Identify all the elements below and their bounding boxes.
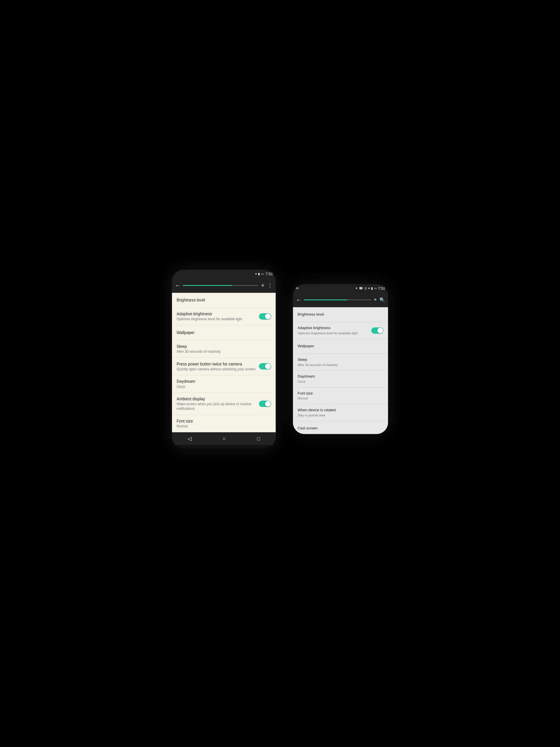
- right-when-rotated-title: When device is rotated: [298, 408, 383, 413]
- left-brightness-level-item[interactable]: Brightness level: [172, 293, 276, 308]
- right-brightness-track[interactable]: [304, 300, 371, 300]
- left-phone: ▾ ▮ ▭ 7:52 ← ☀ ⋮ Brightness level: [172, 270, 276, 448]
- right-wallpaper-item[interactable]: Wallpaper: [293, 339, 388, 354]
- left-recents-nav-icon[interactable]: □: [257, 436, 260, 442]
- left-status-bar: ▾ ▮ ▭ 7:52: [172, 270, 276, 278]
- left-adaptive-brightness-thumb: [265, 313, 271, 319]
- phone-icon: ☎: [359, 286, 363, 290]
- mail-icon: ✉: [296, 286, 298, 290]
- right-status-icons-right: ✦ ☎ ◷ ▾ ▮ ▭ 7:52: [355, 286, 385, 290]
- left-brightness-track[interactable]: [183, 285, 258, 286]
- right-toolbar: ← ☀ 🔍: [293, 292, 388, 307]
- right-font-size-title: Font size: [298, 391, 383, 396]
- left-sleep-title: Sleep: [177, 344, 271, 349]
- right-cast-screen-item[interactable]: Cast screen: [293, 421, 388, 434]
- right-adaptive-brightness-thumb: [377, 328, 383, 333]
- left-menu-button[interactable]: ⋮: [267, 282, 273, 289]
- left-back-button[interactable]: ←: [175, 282, 181, 289]
- left-brightness-fill: [183, 285, 232, 286]
- right-back-button[interactable]: ←: [296, 297, 302, 303]
- left-home-nav-icon[interactable]: ○: [223, 436, 226, 442]
- right-time: 7:52: [378, 286, 385, 290]
- right-wallpaper-title: Wallpaper: [298, 344, 383, 349]
- right-sleep-title: Sleep: [298, 357, 383, 362]
- right-sleep-item[interactable]: Sleep After 30 seconds of inactivity: [293, 354, 388, 370]
- right-brightness-level-title: Brightness level: [298, 312, 383, 317]
- left-daydream-subtitle: Clock: [177, 385, 271, 389]
- left-font-size-title: Font size: [177, 418, 271, 423]
- right-brightness-fill: [304, 300, 347, 300]
- left-sleep-item[interactable]: Sleep After 30 seconds of inactivity: [172, 340, 276, 358]
- left-press-power-item[interactable]: Press power button twice for camera Quic…: [172, 358, 276, 376]
- left-adaptive-brightness-subtitle: Optimize brightness level for available …: [177, 317, 256, 321]
- right-daydream-subtitle: Clock: [298, 380, 383, 384]
- right-cast-screen-title: Cast screen: [298, 426, 383, 431]
- left-ambient-display-item[interactable]: Ambient display Wake screen when you pic…: [172, 393, 276, 415]
- left-press-power-subtitle: Quickly open camera without unlocking yo…: [177, 367, 256, 372]
- left-daydream-item[interactable]: Daydream Clock: [172, 375, 276, 393]
- left-ambient-display-toggle[interactable]: [259, 401, 271, 407]
- left-ambient-display-title: Ambient display: [177, 396, 256, 402]
- right-settings-list: Brightness level Adaptive brightness Opt…: [293, 307, 388, 434]
- right-adaptive-brightness-item[interactable]: Adaptive brightness Optimize brightness …: [293, 322, 388, 339]
- right-brightness-level-item[interactable]: Brightness level: [293, 307, 388, 322]
- battery-icon: ▭: [261, 272, 264, 276]
- left-sleep-subtitle: After 30 seconds of inactivity: [177, 350, 271, 354]
- left-daydream-title: Daydream: [177, 379, 271, 384]
- right-daydream-item[interactable]: Daydream Clock: [293, 370, 388, 387]
- right-sleep-subtitle: After 30 seconds of inactivity: [298, 363, 383, 367]
- wifi-icon: ▾: [255, 272, 257, 276]
- right-search-button[interactable]: 🔍: [379, 297, 385, 303]
- scene: ▾ ▮ ▭ 7:52 ← ☀ ⋮ Brightness level: [0, 0, 560, 747]
- left-status-icons: ▾ ▮ ▭: [255, 272, 264, 276]
- right-adaptive-brightness-title: Adaptive brightness: [298, 326, 368, 331]
- right-adaptive-brightness-toggle[interactable]: [371, 327, 383, 334]
- left-toolbar: ← ☀ ⋮: [172, 278, 276, 293]
- alarm-icon: ◷: [364, 286, 367, 290]
- left-font-size-subtitle: Normal: [177, 424, 271, 429]
- right-font-size-item[interactable]: Font size Normal: [293, 388, 388, 404]
- right-brightness-sun-icon: ☀: [373, 297, 377, 302]
- left-back-nav-icon[interactable]: ◁: [188, 435, 192, 442]
- left-wallpaper-title: Wallpaper: [177, 330, 271, 335]
- left-time: 7:52: [266, 272, 273, 276]
- left-ambient-display-subtitle: Wake screen when you pick up device or r…: [177, 402, 256, 411]
- right-phone: ✉ ✦ ☎ ◷ ▾ ▮ ▭ 7:52 ← ☀ 🔍: [293, 284, 388, 434]
- right-when-rotated-item[interactable]: When device is rotated Stay in portrait …: [293, 404, 388, 421]
- right-when-rotated-subtitle: Stay in portrait view: [298, 413, 383, 417]
- right-wifi-icon: ▾: [368, 286, 370, 290]
- right-battery-icon: ▭: [374, 286, 377, 290]
- left-font-size-item[interactable]: Font size Normal: [172, 415, 276, 433]
- left-adaptive-brightness-title: Adaptive brightness: [177, 311, 256, 316]
- left-press-power-title: Press power button twice for camera: [177, 361, 256, 367]
- signal-icon: ▮: [258, 272, 260, 276]
- right-daydream-title: Daydream: [298, 374, 383, 379]
- bluetooth-icon: ✦: [355, 286, 358, 290]
- right-adaptive-brightness-subtitle: Optimize brightness level for available …: [298, 331, 368, 335]
- left-wallpaper-item[interactable]: Wallpaper: [172, 325, 276, 340]
- left-press-power-thumb: [265, 363, 271, 369]
- right-status-bar: ✉ ✦ ☎ ◷ ▾ ▮ ▭ 7:52: [293, 284, 388, 292]
- right-status-icons-left: ✉: [296, 286, 298, 290]
- left-adaptive-brightness-toggle[interactable]: [259, 313, 271, 319]
- left-adaptive-brightness-item[interactable]: Adaptive brightness Optimize brightness …: [172, 308, 276, 325]
- left-brightness-level-title: Brightness level: [177, 298, 271, 303]
- left-press-power-toggle[interactable]: [259, 363, 271, 369]
- left-nav-bar: ◁ ○ □: [172, 432, 276, 445]
- right-font-size-subtitle: Normal: [298, 396, 383, 400]
- brightness-sun-icon: ☀: [261, 283, 265, 288]
- left-ambient-display-thumb: [265, 401, 271, 407]
- left-settings-list: Brightness level Adaptive brightness Opt…: [172, 293, 276, 432]
- right-signal-icon: ▮: [371, 286, 373, 290]
